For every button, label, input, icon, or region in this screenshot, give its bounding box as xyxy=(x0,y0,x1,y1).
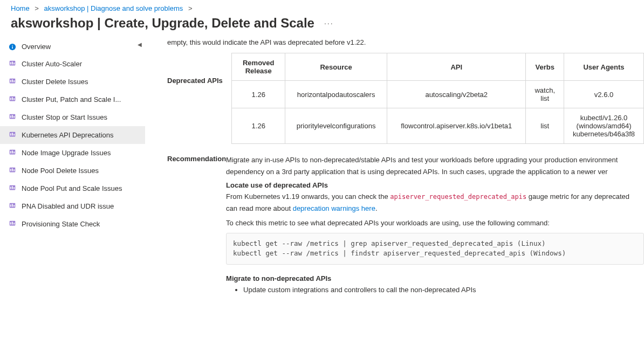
table-header: Verbs xyxy=(526,53,564,81)
svg-rect-13 xyxy=(12,97,13,100)
svg-rect-5 xyxy=(12,61,13,64)
svg-rect-2 xyxy=(12,45,12,45)
sidebar-item-label: Provisioning State Check xyxy=(22,220,100,228)
svg-rect-9 xyxy=(12,79,13,82)
svg-rect-4 xyxy=(10,62,11,64)
sidebar-item[interactable]: Kubernetes API Deprecations xyxy=(0,126,145,144)
sidebar-item[interactable]: Node Pool Put and Scale Issues xyxy=(0,180,145,197)
svg-rect-20 xyxy=(10,133,11,135)
recommendation-label: Recommendation xyxy=(167,155,226,163)
svg-rect-16 xyxy=(10,115,11,118)
locate-paragraph: To check this metric to see what depreca… xyxy=(226,218,644,229)
table-row: 1.26prioritylevelconfigurationsflowcontr… xyxy=(232,108,644,144)
breadcrumb-sep-icon: > xyxy=(188,4,193,12)
sidebar-item[interactable]: PNA Disabled and UDR issue xyxy=(0,197,145,215)
sidebar-item[interactable]: Cluster Stop or Start Issues xyxy=(0,108,145,126)
sidebar-item-label: Kubernetes API Deprecations xyxy=(22,131,114,139)
sidebar-item[interactable]: Node Pool Delete Issues xyxy=(0,162,145,180)
sidebar-item-label: Cluster Delete Issues xyxy=(22,78,88,86)
sidebar-item-label: Cluster Put, Patch and Scale I... xyxy=(22,95,121,104)
table-header: Removed Release xyxy=(232,53,285,81)
info-icon xyxy=(9,43,16,51)
svg-rect-24 xyxy=(10,151,11,153)
deprecation-warnings-link[interactable]: deprecation warnings here xyxy=(293,204,375,212)
chart-icon xyxy=(9,59,16,68)
svg-rect-21 xyxy=(12,133,13,135)
sidebar-item[interactable]: Node Image Upgrade Issues xyxy=(0,144,145,162)
chart-icon xyxy=(9,77,16,86)
table-header: User Agents xyxy=(564,53,644,81)
table-header: API xyxy=(387,53,526,81)
locate-paragraph: From Kubernetes v1.19 onwards, you can c… xyxy=(226,191,644,202)
chart-icon xyxy=(9,95,16,104)
recommendation-text: dependency on a 3rd party application th… xyxy=(226,167,644,177)
svg-rect-6 xyxy=(13,63,15,65)
table-cell: list xyxy=(526,108,564,144)
table-header: Resource xyxy=(285,53,387,81)
chart-icon xyxy=(9,166,16,175)
chart-icon xyxy=(9,130,16,140)
chart-icon xyxy=(9,113,16,122)
svg-rect-18 xyxy=(13,116,15,118)
collapse-sidebar-icon[interactable]: ◀ xyxy=(138,42,142,47)
deprecated-apis-table: Removed ReleaseResourceAPIVerbsUser Agen… xyxy=(231,53,644,144)
table-cell: horizontalpodautoscalers xyxy=(285,81,387,108)
sidebar-item-label: Overview xyxy=(22,43,51,51)
table-cell: 1.26 xyxy=(232,108,285,144)
svg-rect-30 xyxy=(13,169,15,171)
sidebar-item[interactable]: Cluster Auto-Scaler xyxy=(0,55,145,73)
breadcrumb-sep-icon: > xyxy=(35,4,39,12)
table-cell: v2.6.0 xyxy=(564,81,644,108)
sidebar: ◀ Overview Cluster Auto-ScalerCluster De… xyxy=(0,38,146,334)
chart-icon xyxy=(9,219,16,229)
page-title: aksworkshop | Create, Upgrade, Delete an… xyxy=(11,16,314,31)
intro-paragraph: empty, this would indicate the API was d… xyxy=(167,38,644,53)
sidebar-item-label: Node Image Upgrade Issues xyxy=(22,149,111,157)
svg-rect-8 xyxy=(10,80,11,82)
inline-code: apiserver_requested_deprecated_apis xyxy=(390,193,526,201)
sidebar-item-label: Cluster Stop or Start Issues xyxy=(22,113,107,121)
breadcrumb: Home > aksworkshop | Diagnose and solve … xyxy=(0,0,644,15)
sidebar-item-label: Cluster Auto-Scaler xyxy=(22,60,82,68)
chart-icon xyxy=(9,184,16,193)
list-item: Update custom integrations and controlle… xyxy=(243,286,644,294)
svg-rect-33 xyxy=(12,186,13,189)
table-cell: 1.26 xyxy=(232,81,285,108)
svg-rect-42 xyxy=(13,223,15,225)
svg-rect-10 xyxy=(13,80,15,82)
breadcrumb-diagnose[interactable]: aksworkshop | Diagnose and solve problem… xyxy=(44,4,183,12)
svg-rect-41 xyxy=(12,222,13,224)
breadcrumb-home[interactable]: Home xyxy=(11,4,30,12)
svg-rect-12 xyxy=(10,98,11,100)
svg-rect-1 xyxy=(12,46,12,48)
svg-rect-25 xyxy=(12,150,13,153)
locate-paragraph: can read more about deprecation warnings… xyxy=(226,203,644,214)
svg-rect-22 xyxy=(13,134,15,136)
svg-rect-29 xyxy=(12,168,13,171)
sidebar-item-label: PNA Disabled and UDR issue xyxy=(22,202,114,210)
svg-rect-38 xyxy=(13,205,15,207)
sidebar-item-label: Node Pool Delete Issues xyxy=(22,167,99,175)
svg-rect-36 xyxy=(10,204,11,206)
locate-heading: Locate use of deprecated APIs xyxy=(226,181,644,189)
code-block[interactable]: kubectl get --raw /metrics | grep apiser… xyxy=(226,233,644,265)
sidebar-item-overview[interactable]: Overview xyxy=(0,38,145,55)
table-cell: prioritylevelconfigurations xyxy=(285,108,387,144)
more-actions-button[interactable]: ··· xyxy=(324,19,334,27)
svg-rect-14 xyxy=(13,98,15,100)
page-title-row: aksworkshop | Create, Upgrade, Delete an… xyxy=(0,15,644,38)
table-row: 1.26horizontalpodautoscalersautoscaling/… xyxy=(232,81,644,108)
sidebar-item-label: Node Pool Put and Scale Issues xyxy=(22,184,122,192)
deprecated-apis-label: Deprecated APIs xyxy=(167,53,231,85)
content-pane: empty, this would indicate the API was d… xyxy=(146,38,644,334)
chart-icon xyxy=(9,148,16,157)
sidebar-item[interactable]: Cluster Put, Patch and Scale I... xyxy=(0,91,145,108)
migrate-bullets: Update custom integrations and controlle… xyxy=(226,286,644,294)
table-cell: kubectl/v1.26.0 (windows/amd64) kubernet… xyxy=(564,108,644,144)
sidebar-item[interactable]: Provisioning State Check xyxy=(0,215,145,233)
table-cell: watch, list xyxy=(526,81,564,108)
svg-rect-32 xyxy=(10,187,11,189)
sidebar-item[interactable]: Cluster Delete Issues xyxy=(0,73,145,91)
recommendation-text: Migrate any in-use APIs to non-deprecate… xyxy=(226,155,644,165)
svg-rect-34 xyxy=(13,187,15,189)
